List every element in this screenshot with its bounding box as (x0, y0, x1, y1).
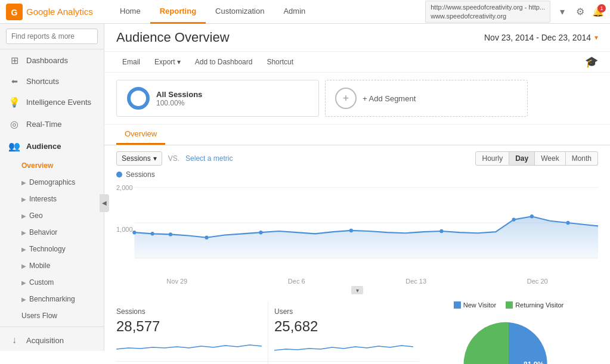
nav-customization[interactable]: Customization (206, 0, 274, 24)
svg-point-12 (259, 231, 262, 234)
custom-arrow: ▶ (21, 279, 26, 286)
sidebar-sub-demographics[interactable]: ▶ Demographics (21, 174, 104, 191)
svg-point-15 (512, 217, 516, 221)
stat-pages-session: Pages / Session 1.14 (268, 362, 419, 364)
date-range-selector[interactable]: Nov 23, 2014 - Dec 23, 2014 ▾ (484, 33, 598, 42)
segment-area: All Sessions 100.00% + + Add Segment (104, 73, 610, 125)
email-button[interactable]: Email (116, 55, 146, 69)
interests-arrow: ▶ (21, 196, 26, 203)
shortcut-button[interactable]: Shortcut (261, 55, 299, 69)
url-display: http://www.speedofcreativity.org - http.… (425, 1, 550, 23)
time-buttons: Hourly Day Week Month (475, 151, 598, 166)
svg-point-11 (205, 236, 208, 239)
main-content: Audience Overview Nov 23, 2014 - Dec 23,… (104, 24, 610, 364)
tab-bar: Overview (104, 125, 610, 145)
segment-donut-chart (126, 86, 150, 110)
sidebar-sub-benchmarking[interactable]: ▶ Benchmarking (21, 291, 104, 307)
add-segment-label: + Add Segment (363, 94, 416, 103)
sidebar-item-shortcuts[interactable]: ⬅ Shortcuts (0, 71, 104, 91)
svg-text:81.9%: 81.9% (524, 360, 544, 364)
sessions-dropdown[interactable]: Sessions ▾ (116, 151, 162, 166)
svg-point-13 (349, 229, 353, 232)
line-chart-svg (116, 181, 598, 265)
stat-users-label: Users (274, 307, 413, 316)
sidebar-item-acquisition[interactable]: ↓ Acquisition (0, 329, 104, 351)
sidebar-sub-mobile[interactable]: ▶ Mobile (21, 257, 104, 274)
new-visitor-color (454, 301, 461, 309)
acquisition-icon: ↓ (8, 335, 20, 346)
audience-icon: 👥 (8, 141, 20, 152)
svg-text:G: G (11, 8, 18, 17)
sidebar-sub-interests[interactable]: ▶ Interests (21, 191, 104, 207)
sidebar-sub-technology[interactable]: ▶ Technology (21, 241, 104, 257)
stats-grid: Sessions 28,577 Users 25,682 (116, 301, 419, 364)
ga-logo-icon: G (6, 4, 23, 20)
benchmarking-arrow: ▶ (21, 296, 26, 303)
main-toolbar: Audience Overview Nov 23, 2014 - Dec 23,… (104, 24, 610, 52)
tab-overview[interactable]: Overview (116, 125, 165, 145)
sidebar-sub-geo[interactable]: ▶ Geo (21, 207, 104, 224)
svg-point-9 (151, 232, 154, 235)
sidebar-item-intelligence[interactable]: 💡 Intelligence Events (0, 91, 104, 113)
demographics-arrow: ▶ (21, 179, 26, 186)
sidebar-sub-overview[interactable]: Overview (21, 157, 104, 174)
layout: ⊞ Dashboards ⬅ Shortcuts 💡 Intelligence … (0, 24, 610, 364)
day-btn[interactable]: Day (509, 151, 535, 166)
date-label-nov29: Nov 29 (166, 278, 187, 285)
date-range-text: Nov 23, 2014 - Dec 23, 2014 (484, 33, 591, 42)
add-segment-icon: + (335, 88, 357, 109)
stat-sessions-value: 28,577 (116, 318, 262, 335)
y-axis-top-label: 2,000 (116, 184, 133, 191)
sidebar-item-audience[interactable]: 👥 Audience (0, 135, 104, 157)
chart-date-labels: Nov 29 Dec 6 Dec 13 Dec 20 (104, 276, 610, 285)
add-to-dashboard-button[interactable]: Add to Dashboard (189, 55, 259, 69)
sidebar-sub-custom[interactable]: ▶ Custom (21, 274, 104, 291)
hourly-btn[interactable]: Hourly (475, 151, 509, 166)
url-dropdown-icon[interactable]: ▾ (556, 6, 568, 18)
logo-area: G Google Analytics (6, 4, 98, 20)
sidebar-item-realtime[interactable]: ◎ Real-Time (0, 113, 104, 135)
sessions-dropdown-arrow: ▾ (153, 154, 157, 163)
y-axis-mid-label: 1,000 (116, 226, 133, 233)
date-label-dec20: Dec 20 (527, 278, 548, 285)
scroll-chart-btn[interactable]: ▾ (351, 286, 363, 294)
sidebar: ⊞ Dashboards ⬅ Shortcuts 💡 Intelligence … (0, 24, 104, 351)
search-input[interactable] (6, 29, 98, 44)
intelligence-icon: 💡 (8, 97, 20, 108)
stats-grid-container: Sessions 28,577 Users 25,682 (116, 301, 419, 364)
svg-point-14 (439, 229, 443, 233)
export-button[interactable]: Export ▾ (148, 55, 187, 69)
help-icon[interactable]: 🎓 (585, 55, 598, 69)
sidebar-sub-behavior[interactable]: ▶ Behavior (21, 224, 104, 241)
sidebar-sub-users-flow[interactable]: Users Flow (21, 307, 104, 324)
notifications-icon[interactable]: 🔔 1 (592, 6, 604, 18)
notif-badge: 1 (597, 4, 606, 13)
action-bar: Email Export ▾ Add to Dashboard Shortcut… (104, 52, 610, 73)
date-range-arrow-icon: ▾ (594, 33, 598, 42)
month-btn[interactable]: Month (566, 151, 598, 166)
date-label-dec13: Dec 13 (405, 278, 426, 285)
technology-arrow: ▶ (21, 246, 26, 253)
nav-admin[interactable]: Admin (274, 0, 315, 24)
nav-right: http://www.speedofcreativity.org - http.… (425, 1, 604, 23)
scroll-indicator: ▾ (104, 285, 610, 295)
svg-point-17 (566, 221, 569, 225)
chart-area: 2,000 1,000 (104, 181, 610, 276)
select-metric-link[interactable]: Select a metric (185, 154, 233, 163)
stat-sessions-sparkline (116, 337, 262, 355)
dashboards-icon: ⊞ (8, 55, 20, 66)
mobile-arrow: ▶ (21, 263, 26, 269)
date-label-dec6: Dec 6 (288, 278, 305, 285)
add-segment-button[interactable]: + + Add Segment (325, 80, 528, 117)
top-nav: G Google Analytics Home Reporting Custom… (0, 0, 610, 24)
chart-controls: Sessions ▾ VS. Select a metric Hourly Da… (104, 145, 610, 168)
nav-home[interactable]: Home (110, 0, 150, 24)
stat-sessions: Sessions 28,577 (116, 301, 268, 362)
sidebar-item-dashboards[interactable]: ⊞ Dashboards (0, 49, 104, 71)
geo-arrow: ▶ (21, 213, 26, 219)
svg-point-10 (169, 232, 172, 236)
svg-point-3 (134, 94, 143, 103)
nav-reporting[interactable]: Reporting (150, 0, 206, 24)
settings-icon[interactable]: ⚙ (574, 6, 586, 18)
week-btn[interactable]: Week (535, 151, 565, 166)
